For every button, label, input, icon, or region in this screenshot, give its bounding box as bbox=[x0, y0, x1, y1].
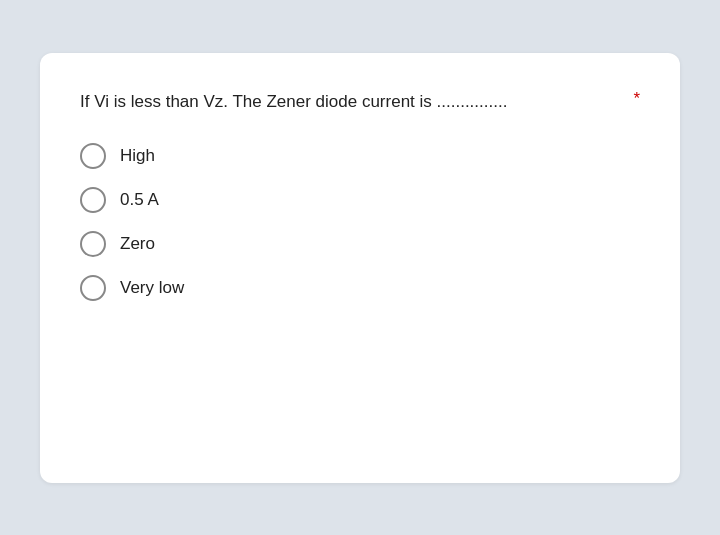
option-item-opt-high[interactable]: High bbox=[80, 143, 640, 169]
option-label-opt-high: High bbox=[120, 146, 155, 166]
option-item-opt-zero[interactable]: Zero bbox=[80, 231, 640, 257]
option-label-opt-very-low: Very low bbox=[120, 278, 184, 298]
radio-circle-opt-very-low[interactable] bbox=[80, 275, 106, 301]
option-label-opt-0-5a: 0.5 A bbox=[120, 190, 159, 210]
question-text: If Vi is less than Vz. The Zener diode c… bbox=[80, 89, 627, 115]
option-label-opt-zero: Zero bbox=[120, 234, 155, 254]
options-list: High0.5 AZeroVery low bbox=[80, 143, 640, 301]
radio-circle-opt-zero[interactable] bbox=[80, 231, 106, 257]
option-item-opt-very-low[interactable]: Very low bbox=[80, 275, 640, 301]
option-item-opt-0-5a[interactable]: 0.5 A bbox=[80, 187, 640, 213]
question-card: If Vi is less than Vz. The Zener diode c… bbox=[40, 53, 680, 483]
question-row: If Vi is less than Vz. The Zener diode c… bbox=[80, 89, 640, 115]
required-star: * bbox=[633, 89, 640, 109]
radio-circle-opt-0-5a[interactable] bbox=[80, 187, 106, 213]
radio-circle-opt-high[interactable] bbox=[80, 143, 106, 169]
